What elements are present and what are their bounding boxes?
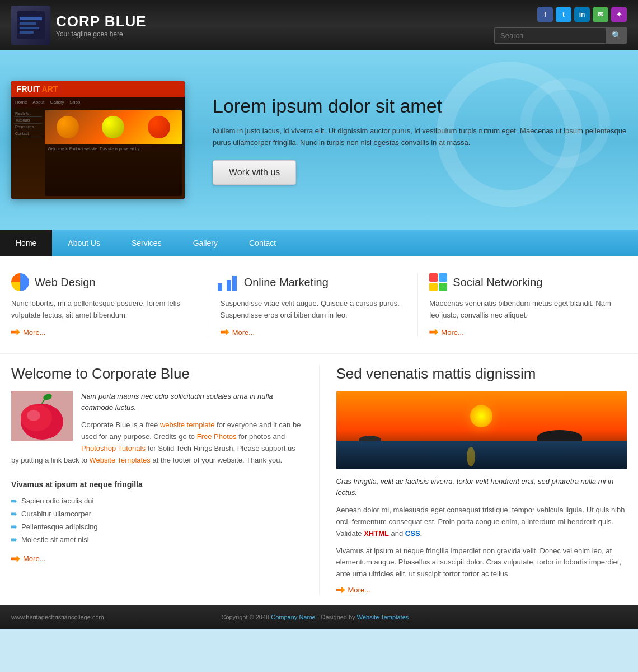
webdesign-icon [11, 273, 29, 291]
nav-services[interactable]: Services [116, 230, 177, 256]
list-item-text: Molestie sit amet nisi [21, 535, 89, 544]
venenatis-body1: Aenean dolor mi, malesuada eget consequa… [336, 505, 627, 539]
marketing-more-link[interactable]: More... [221, 328, 407, 337]
social-icon [429, 273, 447, 291]
svg-rect-2 [20, 22, 36, 25]
welcome-section: Welcome to Corporate Blue Nam porta maur… [11, 365, 320, 594]
main-nav: Home About Us Services Gallery Contact [0, 230, 638, 256]
reflection [467, 447, 475, 466]
hero-image: FRUIT ART Home About Gallery Shop Flash … [11, 81, 185, 199]
nav-home[interactable]: Home [0, 230, 52, 256]
company-name-link[interactable]: Company Name [271, 614, 315, 620]
free-photos-link[interactable]: Free Photos [197, 432, 237, 441]
social-text: Maecenas venenatis bibendum metus eget b… [429, 298, 616, 321]
logo-area: CORP BLUE Your tagline goes here [11, 6, 147, 45]
message-icon[interactable]: ✉ [593, 7, 608, 22]
bullet-icon [11, 525, 17, 529]
facebook-icon[interactable]: f [537, 7, 553, 22]
svg-rect-0 [17, 11, 45, 39]
svg-rect-1 [20, 17, 42, 20]
arrow-icon [11, 329, 20, 335]
copyright-text: Copyright © 2048 [221, 614, 271, 620]
social-more-label: More... [441, 328, 463, 337]
search-button[interactable]: 🔍 [606, 27, 627, 44]
footer-copyright: Copyright © 2048 Company Name - Designed… [221, 614, 409, 620]
social-header: Social Networking [429, 273, 616, 291]
nav-about[interactable]: About Us [52, 230, 116, 256]
sun [470, 405, 492, 427]
subsection-title: Vivamus at ipsum at neque fringilla [11, 480, 302, 489]
fruit-logo: FRUIT ART [17, 85, 58, 94]
marketing-icon [221, 273, 238, 291]
marketing-more-label: More... [232, 328, 255, 337]
feature-webdesign: Web Design Nunc lobortis, mi a pellentes… [11, 273, 209, 337]
svg-rect-4 [20, 31, 34, 34]
linkedin-icon[interactable]: in [574, 7, 590, 22]
marketing-title: Online Marketing [244, 276, 329, 289]
website-template-link[interactable]: website template [160, 421, 215, 429]
svg-rect-3 [20, 27, 39, 29]
venenatis-more-link[interactable]: More... [336, 586, 627, 594]
water [336, 441, 627, 469]
hero-section: FRUIT ART Home About Gallery Shop Flash … [0, 50, 638, 230]
footer-url: www.heritagechristiancollege.com [11, 614, 104, 620]
hero-description: Nullam in justo lacus, id viverra elit. … [213, 125, 627, 149]
header: CORP BLUE Your tagline goes here f t in … [0, 0, 638, 50]
logo-icon [11, 6, 50, 45]
arrow-icon [11, 556, 20, 562]
bullet-icon [11, 512, 17, 516]
arrow-icon [221, 329, 229, 335]
twitter-icon[interactable]: t [556, 7, 571, 22]
list-item-text: Curabitur ullamcorper [21, 510, 91, 518]
webdesign-header: Web Design [11, 273, 198, 291]
bullet-list: Sapien odio iaculis dui Curabitur ullamc… [11, 494, 302, 546]
welcome-title: Welcome to Corporate Blue [11, 365, 302, 382]
feature-marketing: Online Marketing Suspendisse vitae velit… [209, 273, 419, 337]
content-section: Welcome to Corporate Blue Nam porta maur… [0, 354, 638, 605]
webdesign-title: Web Design [35, 276, 96, 289]
webdesign-more-link[interactable]: More... [11, 328, 198, 337]
photoshop-tutorials-link[interactable]: Photoshop Tutorials [81, 444, 146, 452]
welcome-more-link[interactable]: More... [11, 554, 302, 563]
rss-icon[interactable]: ✦ [611, 7, 627, 22]
hero-text: Lorem ipsum dolor sit amet Nullam in jus… [201, 95, 627, 185]
designed-by-text: - Designed by [316, 614, 357, 620]
welcome-content: Nam porta mauris nec odio sollicitudin s… [11, 391, 302, 472]
social-icons: f t in ✉ ✦ [537, 7, 627, 22]
list-item: Molestie sit amet nisi [11, 533, 302, 546]
work-with-us-button[interactable]: Work with us [213, 160, 296, 185]
arrow-icon [429, 329, 438, 335]
svg-point-8 [27, 410, 40, 421]
footer: www.heritagechristiancollege.com Copyrig… [0, 605, 638, 629]
venenatis-body2: Vivamus at ipsum at neque fringilla impe… [336, 545, 627, 580]
list-item: Curabitur ullamcorper [11, 507, 302, 520]
nav-gallery[interactable]: Gallery [177, 230, 233, 256]
venenatis-more-label: More... [348, 586, 370, 594]
feature-social: Social Networking Maecenas venenatis bib… [418, 273, 627, 337]
welcome-more-label: More... [23, 554, 45, 563]
list-item-text: Sapien odio iaculis dui [21, 497, 93, 505]
css-label: CSS [405, 529, 420, 538]
bullet-icon [11, 538, 17, 542]
arrow-icon [336, 586, 345, 593]
logo-tagline: Your tagline goes here [56, 30, 147, 38]
webdesign-text: Nunc lobortis, mi a pellentesque posuere… [11, 298, 198, 321]
marketing-header: Online Marketing [221, 273, 407, 291]
social-more-link[interactable]: More... [429, 328, 616, 337]
apple-image [11, 391, 73, 441]
search-bar: 🔍 [494, 27, 627, 44]
venenatis-section: Sed venenatis mattis dignissim Cras frin… [320, 365, 627, 594]
list-item: Pellentesque adipiscing [11, 520, 302, 533]
fruit-nav: Home About Gallery Shop [11, 97, 185, 108]
social-title: Social Networking [453, 276, 542, 289]
venenatis-title: Sed venenatis mattis dignissim [336, 365, 627, 382]
search-input[interactable] [494, 27, 606, 44]
hero-title: Lorem ipsum dolor sit amet [213, 95, 627, 117]
nav-contact[interactable]: Contact [233, 230, 292, 256]
features-section: Web Design Nunc lobortis, mi a pellentes… [0, 256, 638, 354]
list-item: Sapien odio iaculis dui [11, 494, 302, 507]
website-templates-link[interactable]: Website Templates [89, 456, 150, 464]
marketing-text: Suspendisse vitae velit augue. Quisque a… [221, 298, 407, 321]
list-item-text: Pellentesque adipiscing [21, 522, 98, 531]
website-templates-footer-link[interactable]: Website Templates [357, 614, 409, 620]
